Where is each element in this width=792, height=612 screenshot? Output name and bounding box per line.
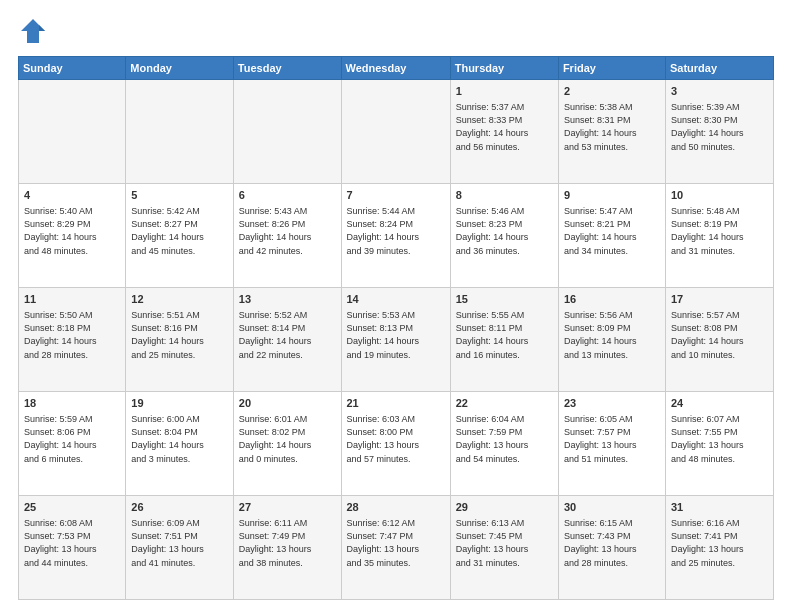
day-number: 31: [671, 500, 768, 515]
day-number: 1: [456, 84, 553, 99]
calendar-cell: 7Sunrise: 5:44 AM Sunset: 8:24 PM Daylig…: [341, 184, 450, 288]
day-info: Sunrise: 6:01 AM Sunset: 8:02 PM Dayligh…: [239, 413, 336, 465]
day-info: Sunrise: 5:55 AM Sunset: 8:11 PM Dayligh…: [456, 309, 553, 361]
calendar-cell: 9Sunrise: 5:47 AM Sunset: 8:21 PM Daylig…: [558, 184, 665, 288]
day-info: Sunrise: 5:42 AM Sunset: 8:27 PM Dayligh…: [131, 205, 227, 257]
day-info: Sunrise: 5:44 AM Sunset: 8:24 PM Dayligh…: [347, 205, 445, 257]
day-info: Sunrise: 5:53 AM Sunset: 8:13 PM Dayligh…: [347, 309, 445, 361]
calendar-cell: 16Sunrise: 5:56 AM Sunset: 8:09 PM Dayli…: [558, 288, 665, 392]
day-number: 24: [671, 396, 768, 411]
day-info: Sunrise: 5:48 AM Sunset: 8:19 PM Dayligh…: [671, 205, 768, 257]
calendar-cell: 27Sunrise: 6:11 AM Sunset: 7:49 PM Dayli…: [233, 496, 341, 600]
calendar-cell: 28Sunrise: 6:12 AM Sunset: 7:47 PM Dayli…: [341, 496, 450, 600]
day-number: 3: [671, 84, 768, 99]
weekday-header-row: SundayMondayTuesdayWednesdayThursdayFrid…: [19, 57, 774, 80]
weekday-header-saturday: Saturday: [665, 57, 773, 80]
calendar-cell: 19Sunrise: 6:00 AM Sunset: 8:04 PM Dayli…: [126, 392, 233, 496]
day-info: Sunrise: 5:52 AM Sunset: 8:14 PM Dayligh…: [239, 309, 336, 361]
calendar-week-row: 25Sunrise: 6:08 AM Sunset: 7:53 PM Dayli…: [19, 496, 774, 600]
weekday-header-monday: Monday: [126, 57, 233, 80]
weekday-header-friday: Friday: [558, 57, 665, 80]
calendar-week-row: 18Sunrise: 5:59 AM Sunset: 8:06 PM Dayli…: [19, 392, 774, 496]
calendar-cell: 30Sunrise: 6:15 AM Sunset: 7:43 PM Dayli…: [558, 496, 665, 600]
calendar-cell: 24Sunrise: 6:07 AM Sunset: 7:55 PM Dayli…: [665, 392, 773, 496]
weekday-header-tuesday: Tuesday: [233, 57, 341, 80]
day-number: 22: [456, 396, 553, 411]
day-number: 30: [564, 500, 660, 515]
calendar-cell: 25Sunrise: 6:08 AM Sunset: 7:53 PM Dayli…: [19, 496, 126, 600]
calendar-cell: 1Sunrise: 5:37 AM Sunset: 8:33 PM Daylig…: [450, 80, 558, 184]
day-info: Sunrise: 6:08 AM Sunset: 7:53 PM Dayligh…: [24, 517, 120, 569]
day-number: 25: [24, 500, 120, 515]
weekday-header-sunday: Sunday: [19, 57, 126, 80]
day-number: 20: [239, 396, 336, 411]
day-number: 13: [239, 292, 336, 307]
calendar-cell: 8Sunrise: 5:46 AM Sunset: 8:23 PM Daylig…: [450, 184, 558, 288]
logo-icon: [18, 16, 48, 46]
calendar-cell: 23Sunrise: 6:05 AM Sunset: 7:57 PM Dayli…: [558, 392, 665, 496]
weekday-header-wednesday: Wednesday: [341, 57, 450, 80]
day-number: 16: [564, 292, 660, 307]
day-info: Sunrise: 5:46 AM Sunset: 8:23 PM Dayligh…: [456, 205, 553, 257]
day-number: 11: [24, 292, 120, 307]
day-info: Sunrise: 6:07 AM Sunset: 7:55 PM Dayligh…: [671, 413, 768, 465]
day-number: 14: [347, 292, 445, 307]
day-number: 29: [456, 500, 553, 515]
calendar-cell: [19, 80, 126, 184]
day-info: Sunrise: 6:12 AM Sunset: 7:47 PM Dayligh…: [347, 517, 445, 569]
day-number: 17: [671, 292, 768, 307]
page-header: [18, 16, 774, 46]
calendar-cell: 10Sunrise: 5:48 AM Sunset: 8:19 PM Dayli…: [665, 184, 773, 288]
day-number: 6: [239, 188, 336, 203]
calendar-cell: 5Sunrise: 5:42 AM Sunset: 8:27 PM Daylig…: [126, 184, 233, 288]
calendar-week-row: 4Sunrise: 5:40 AM Sunset: 8:29 PM Daylig…: [19, 184, 774, 288]
day-number: 23: [564, 396, 660, 411]
day-number: 12: [131, 292, 227, 307]
calendar-cell: 12Sunrise: 5:51 AM Sunset: 8:16 PM Dayli…: [126, 288, 233, 392]
day-info: Sunrise: 5:57 AM Sunset: 8:08 PM Dayligh…: [671, 309, 768, 361]
day-info: Sunrise: 6:09 AM Sunset: 7:51 PM Dayligh…: [131, 517, 227, 569]
day-number: 5: [131, 188, 227, 203]
day-number: 19: [131, 396, 227, 411]
day-info: Sunrise: 5:51 AM Sunset: 8:16 PM Dayligh…: [131, 309, 227, 361]
day-number: 15: [456, 292, 553, 307]
calendar-cell: 4Sunrise: 5:40 AM Sunset: 8:29 PM Daylig…: [19, 184, 126, 288]
day-number: 8: [456, 188, 553, 203]
day-number: 26: [131, 500, 227, 515]
day-number: 2: [564, 84, 660, 99]
calendar-cell: 31Sunrise: 6:16 AM Sunset: 7:41 PM Dayli…: [665, 496, 773, 600]
day-info: Sunrise: 5:40 AM Sunset: 8:29 PM Dayligh…: [24, 205, 120, 257]
day-number: 9: [564, 188, 660, 203]
calendar-cell: 22Sunrise: 6:04 AM Sunset: 7:59 PM Dayli…: [450, 392, 558, 496]
day-info: Sunrise: 5:56 AM Sunset: 8:09 PM Dayligh…: [564, 309, 660, 361]
day-number: 4: [24, 188, 120, 203]
day-info: Sunrise: 5:59 AM Sunset: 8:06 PM Dayligh…: [24, 413, 120, 465]
calendar-cell: 6Sunrise: 5:43 AM Sunset: 8:26 PM Daylig…: [233, 184, 341, 288]
calendar-cell: 21Sunrise: 6:03 AM Sunset: 8:00 PM Dayli…: [341, 392, 450, 496]
calendar-cell: [126, 80, 233, 184]
day-info: Sunrise: 6:15 AM Sunset: 7:43 PM Dayligh…: [564, 517, 660, 569]
day-info: Sunrise: 6:04 AM Sunset: 7:59 PM Dayligh…: [456, 413, 553, 465]
day-info: Sunrise: 5:38 AM Sunset: 8:31 PM Dayligh…: [564, 101, 660, 153]
day-info: Sunrise: 6:00 AM Sunset: 8:04 PM Dayligh…: [131, 413, 227, 465]
logo: [18, 16, 52, 46]
calendar-week-row: 11Sunrise: 5:50 AM Sunset: 8:18 PM Dayli…: [19, 288, 774, 392]
calendar-cell: 17Sunrise: 5:57 AM Sunset: 8:08 PM Dayli…: [665, 288, 773, 392]
day-info: Sunrise: 6:11 AM Sunset: 7:49 PM Dayligh…: [239, 517, 336, 569]
day-info: Sunrise: 5:39 AM Sunset: 8:30 PM Dayligh…: [671, 101, 768, 153]
calendar-cell: 14Sunrise: 5:53 AM Sunset: 8:13 PM Dayli…: [341, 288, 450, 392]
calendar-cell: 29Sunrise: 6:13 AM Sunset: 7:45 PM Dayli…: [450, 496, 558, 600]
day-number: 28: [347, 500, 445, 515]
day-info: Sunrise: 5:37 AM Sunset: 8:33 PM Dayligh…: [456, 101, 553, 153]
day-info: Sunrise: 6:05 AM Sunset: 7:57 PM Dayligh…: [564, 413, 660, 465]
calendar-cell: 15Sunrise: 5:55 AM Sunset: 8:11 PM Dayli…: [450, 288, 558, 392]
calendar-cell: 3Sunrise: 5:39 AM Sunset: 8:30 PM Daylig…: [665, 80, 773, 184]
calendar-week-row: 1Sunrise: 5:37 AM Sunset: 8:33 PM Daylig…: [19, 80, 774, 184]
calendar-cell: 18Sunrise: 5:59 AM Sunset: 8:06 PM Dayli…: [19, 392, 126, 496]
weekday-header-thursday: Thursday: [450, 57, 558, 80]
calendar-cell: 26Sunrise: 6:09 AM Sunset: 7:51 PM Dayli…: [126, 496, 233, 600]
calendar-cell: [233, 80, 341, 184]
day-info: Sunrise: 6:03 AM Sunset: 8:00 PM Dayligh…: [347, 413, 445, 465]
day-info: Sunrise: 5:43 AM Sunset: 8:26 PM Dayligh…: [239, 205, 336, 257]
calendar-cell: 2Sunrise: 5:38 AM Sunset: 8:31 PM Daylig…: [558, 80, 665, 184]
